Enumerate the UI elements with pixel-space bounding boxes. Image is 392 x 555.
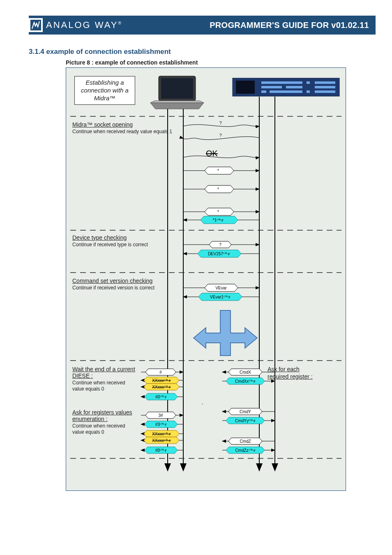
svg-text:*: * bbox=[217, 169, 219, 173]
section-heading: 3.1.4 example of connection establishmen… bbox=[29, 48, 376, 56]
svg-text:3#: 3# bbox=[158, 413, 163, 418]
svg-text:CmdZ: CmdZ bbox=[240, 439, 251, 444]
svg-text:#: # bbox=[159, 370, 162, 375]
svg-rect-4 bbox=[236, 81, 255, 94]
svg-text:*: * bbox=[217, 210, 219, 214]
svg-rect-14 bbox=[315, 90, 335, 93]
svg-text:?: ? bbox=[219, 243, 221, 247]
svg-text:XXxxxᶜᴿᴸꜰ: XXxxxᶜᴿᴸꜰ bbox=[152, 438, 171, 443]
svg-text:#0ᶜᴿᴸꜰ: #0ᶜᴿᴸꜰ bbox=[155, 395, 167, 399]
svg-rect-6 bbox=[307, 81, 310, 84]
svg-rect-2 bbox=[161, 78, 193, 99]
figure-caption: Picture 8 : example of connection establ… bbox=[66, 59, 376, 66]
svg-rect-7 bbox=[315, 81, 335, 84]
svg-text:XXxxxᶜᴿᴸꜰ: XXxxxᶜᴿᴸꜰ bbox=[152, 378, 171, 383]
svg-text:CmdYyᶜᴿᴸꜰ: CmdYyᶜᴿᴸꜰ bbox=[235, 419, 256, 423]
svg-text:?: ? bbox=[219, 121, 222, 125]
svg-text:-: - bbox=[202, 401, 203, 406]
svg-text:VEvar: VEvar bbox=[215, 286, 227, 290]
logo-icon bbox=[29, 18, 43, 32]
svg-text:*1ᶜᴿᴸꜰ: *1ᶜᴿᴸꜰ bbox=[213, 218, 224, 222]
svg-text:CmdX: CmdX bbox=[240, 370, 251, 375]
diagram-svg: ? ? OK * * * *1ᶜᴿᴸꜰ ? DEV257ᶜᴿᴸꜰ VEvar V… bbox=[66, 68, 346, 490]
svg-text:#3ᶜᴿᴸꜰ: #3ᶜᴿᴸꜰ bbox=[155, 422, 167, 427]
svg-text:XXxxxᶜᴿᴸꜰ: XXxxxᶜᴿᴸꜰ bbox=[152, 432, 171, 436]
svg-rect-8 bbox=[261, 86, 282, 88]
svg-text:DEV257ᶜᴿᴸꜰ: DEV257ᶜᴿᴸꜰ bbox=[208, 252, 230, 256]
svg-rect-12 bbox=[270, 90, 302, 93]
logo: ANALOG WAY® bbox=[29, 16, 121, 35]
svg-rect-10 bbox=[315, 86, 335, 88]
sequence-diagram: Establishing a connection with a Midra™ … bbox=[66, 67, 346, 491]
svg-text:#0ᶜᴿᴸꜰ: #0ᶜᴿᴸꜰ bbox=[155, 448, 167, 453]
svg-rect-13 bbox=[307, 90, 310, 93]
svg-text:CmdXxᶜᴿᴸꜰ: CmdXxᶜᴿᴸꜰ bbox=[235, 379, 256, 384]
document-title: PROGRAMMER'S GUIDE FOR v01.02.11 bbox=[210, 21, 369, 30]
svg-text:VEvar1ᶜᴿᴸꜰ: VEvar1ᶜᴿᴸꜰ bbox=[210, 295, 231, 299]
svg-text:CmdY: CmdY bbox=[240, 409, 251, 414]
svg-text:?: ? bbox=[219, 133, 222, 138]
header-bar: ANALOG WAY® PROGRAMMER'S GUIDE FOR v01.0… bbox=[29, 16, 376, 35]
svg-text:CmdZzᶜᴿᴸꜰ: CmdZzᶜᴿᴸꜰ bbox=[235, 448, 255, 453]
brand-text: ANALOG WAY® bbox=[46, 20, 121, 30]
svg-rect-5 bbox=[261, 81, 302, 84]
svg-rect-9 bbox=[286, 86, 302, 88]
svg-rect-11 bbox=[261, 90, 266, 93]
svg-text:*: * bbox=[217, 187, 219, 192]
svg-text:XXxxxᶜᴿᴸꜰ: XXxxxᶜᴿᴸꜰ bbox=[152, 385, 171, 389]
